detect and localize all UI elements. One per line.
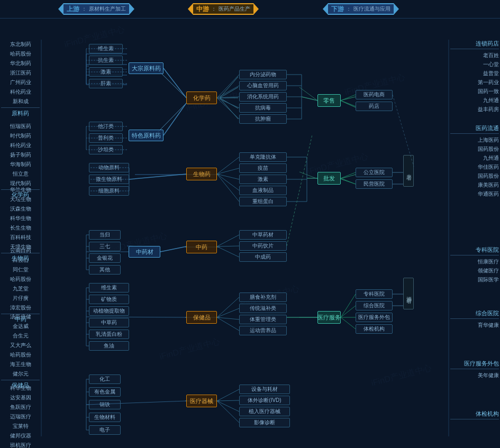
- list-item[interactable]: 时代制药: [1, 131, 40, 141]
- list-item[interactable]: 国药股份: [450, 144, 499, 153]
- list-item[interactable]: 片仔癀: [1, 294, 40, 303]
- equipment-prod[interactable]: 设备与耗材: [239, 385, 290, 394]
- list-item[interactable]: 科伦药业: [1, 87, 40, 97]
- list-item[interactable]: 国药一致: [450, 87, 499, 96]
- other-tcm-node[interactable]: 其他: [89, 265, 121, 275]
- tonic-prod[interactable]: 传统滋补类: [239, 304, 287, 313]
- list-item[interactable]: 恒立意: [1, 169, 40, 179]
- list-item[interactable]: 云南白药: [1, 246, 40, 255]
- list-item[interactable]: 华通医药: [450, 189, 499, 198]
- sanqi-node[interactable]: 三七: [89, 242, 121, 251]
- list-item[interactable]: 美年健康: [450, 371, 499, 380]
- implant-prod[interactable]: 植入医疗器械: [239, 407, 290, 416]
- list-item[interactable]: 健尔元: [1, 369, 40, 379]
- list-item[interactable]: 华海制药: [1, 160, 40, 169]
- list-item[interactable]: 健邦仪器: [1, 431, 40, 441]
- danggui-node[interactable]: 当归: [89, 230, 121, 240]
- plant-extract-node[interactable]: 动植物提取物: [89, 306, 129, 316]
- list-item[interactable]: 沃森生物: [1, 204, 40, 214]
- liver-node[interactable]: 肝素: [89, 79, 123, 88]
- list-item[interactable]: 汤臣倍健: [1, 312, 40, 322]
- digest-prod[interactable]: 消化系统用药: [239, 92, 287, 102]
- chem-ind-node[interactable]: 化工: [89, 374, 121, 384]
- list-item[interactable]: 扬子制药: [1, 150, 40, 160]
- list-item[interactable]: 班机医疗: [1, 441, 40, 448]
- blood-prod[interactable]: 血液制品: [239, 186, 287, 195]
- fishoil-node[interactable]: 鱼油: [89, 341, 129, 351]
- device-mid-node[interactable]: 医疗器械: [186, 395, 217, 407]
- list-item[interactable]: 华兰生物: [1, 185, 40, 195]
- cardio-prod[interactable]: 心脑血管用药: [239, 81, 287, 90]
- cell-raw-node[interactable]: 细胞原料: [89, 186, 129, 196]
- endocrine-prod[interactable]: 内分泌药物: [239, 70, 287, 79]
- nonferrous-node[interactable]: 有色金属: [89, 387, 121, 397]
- list-item[interactable]: 又大声么: [1, 341, 40, 350]
- list-item[interactable]: 上海医药: [450, 135, 499, 144]
- vitamins2-node[interactable]: 维生素: [89, 283, 129, 292]
- imaging-prod[interactable]: 影像诊断: [239, 418, 290, 427]
- list-item[interactable]: 浙江医药: [1, 68, 40, 78]
- list-item[interactable]: 达安基因: [1, 393, 40, 403]
- list-item[interactable]: 白云山: [1, 255, 40, 265]
- special-raw-drug-node[interactable]: 特色原料药: [129, 130, 163, 141]
- animal-raw-node[interactable]: 动物原料: [89, 163, 129, 172]
- list-item[interactable]: 康美医药: [450, 180, 499, 189]
- list-item[interactable]: 东北制药: [1, 40, 40, 49]
- whey-node[interactable]: 乳清蛋白粉: [89, 330, 129, 339]
- vitamins-node[interactable]: 维生素: [89, 44, 123, 53]
- antiviral-prod[interactable]: 抗病毒: [239, 103, 287, 113]
- list-item[interactable]: 漳宏股份: [1, 303, 40, 313]
- list-item[interactable]: 国药股份: [450, 171, 499, 180]
- list-item[interactable]: 迈瑞医疗: [1, 412, 40, 422]
- medical-outsource-terminal[interactable]: 医疗服务外包: [356, 313, 393, 322]
- list-item[interactable]: 科华生物: [1, 383, 40, 393]
- list-item[interactable]: 哈药股份: [1, 275, 40, 284]
- list-item[interactable]: 哈药股份: [1, 350, 40, 360]
- steel-node[interactable]: 钢铁: [89, 400, 121, 409]
- hormone-node[interactable]: 激素: [89, 67, 123, 77]
- list-item[interactable]: 第一药业: [450, 78, 499, 87]
- antitumor-prod[interactable]: 抗肿瘤: [239, 114, 287, 124]
- health-mid-node[interactable]: 保健品: [186, 311, 217, 324]
- bio-drug-mid-node[interactable]: 生物药: [186, 168, 217, 180]
- antibiotics-node[interactable]: 抗生素: [89, 56, 123, 65]
- weight-prod[interactable]: 体重管理类: [239, 315, 287, 324]
- tcmslice-prod[interactable]: 中药饮片: [239, 241, 287, 251]
- retail-channel[interactable]: 零售: [317, 94, 341, 107]
- list-item[interactable]: 九芝堂: [1, 284, 40, 294]
- specialist-hospital[interactable]: 专科医院: [356, 289, 393, 299]
- tcm-mid-node[interactable]: 中药: [186, 241, 217, 253]
- general-hospital[interactable]: 综合医院: [356, 301, 393, 310]
- puli-node[interactable]: 普利类: [89, 133, 123, 143]
- list-item[interactable]: 恒瑞医药: [1, 122, 40, 131]
- list-item[interactable]: 一心堂: [450, 60, 499, 69]
- private-hospital[interactable]: 民营医院: [356, 179, 393, 189]
- dietary-prod[interactable]: 膳食补充剂: [239, 292, 287, 302]
- tcmherb-prod[interactable]: 中草药材: [239, 230, 287, 240]
- list-item[interactable]: 科伦药业: [1, 141, 40, 150]
- list-item[interactable]: 益丰药房: [450, 105, 499, 114]
- list-item[interactable]: 九州通: [450, 96, 499, 105]
- vaccine-prod[interactable]: 疫苗: [239, 163, 287, 173]
- chemical-drug-mid-node[interactable]: 化学药: [186, 92, 217, 104]
- list-item[interactable]: 九州通: [450, 153, 499, 162]
- list-item[interactable]: 合生元: [1, 331, 40, 341]
- recombinant-prod[interactable]: 重组蛋白: [239, 197, 287, 206]
- list-item[interactable]: 育华健康: [450, 321, 499, 330]
- list-item[interactable]: 领健医疗: [450, 266, 499, 275]
- list-item[interactable]: 华佳医药: [450, 162, 499, 171]
- herb-node[interactable]: 中草药: [89, 318, 129, 327]
- statin-node[interactable]: 他汀类: [89, 122, 123, 131]
- list-item[interactable]: 鱼跃医疗: [1, 403, 40, 412]
- list-item[interactable]: 华北制药: [1, 59, 40, 68]
- list-item[interactable]: 哈药股份: [1, 49, 40, 59]
- pharmacy-terminal[interactable]: 药店: [356, 102, 393, 111]
- medical-service-channel[interactable]: 医疗服务: [317, 311, 341, 324]
- tcm-material-node[interactable]: 中药材: [129, 246, 160, 258]
- proprietary-tcm-prod[interactable]: 中成药: [239, 252, 287, 262]
- list-item[interactable]: 益普堂: [450, 69, 499, 78]
- minerals-node[interactable]: 矿物质: [89, 295, 129, 304]
- list-item[interactable]: 广州药业: [1, 78, 40, 87]
- sport-prod[interactable]: 运动营养品: [239, 326, 287, 335]
- electronics-node[interactable]: 电子: [89, 425, 121, 435]
